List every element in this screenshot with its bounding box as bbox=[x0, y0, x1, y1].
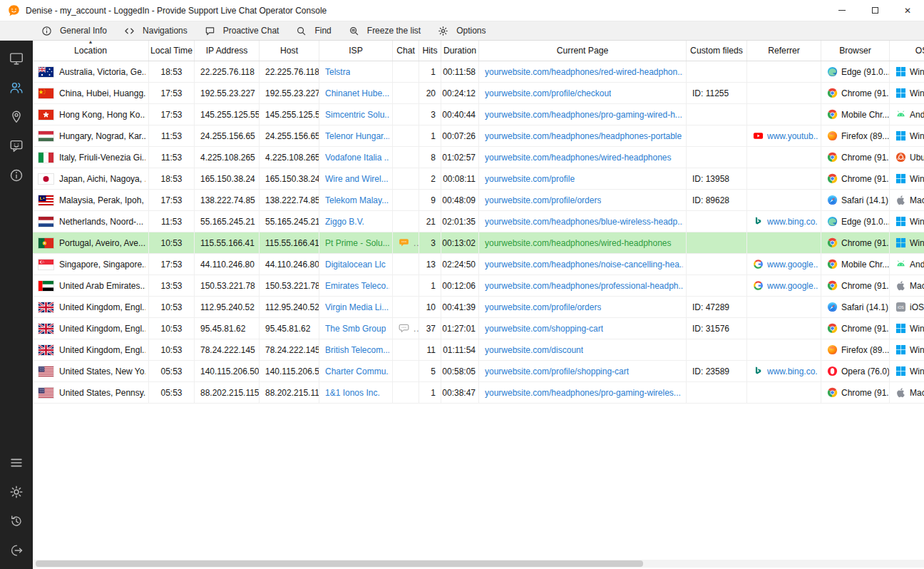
minimize-button[interactable] bbox=[826, 0, 858, 21]
current-page-link[interactable]: yourwebsite.com/headphones/pro-gaming-wi… bbox=[485, 110, 682, 120]
isp-link[interactable]: Wire and Wirel... bbox=[325, 174, 389, 184]
current-page-link[interactable]: yourwebsite.com/headphones/headphones-po… bbox=[485, 131, 682, 141]
column-header-host[interactable]: Host bbox=[260, 41, 319, 61]
current-page-link[interactable]: yourwebsite.com/headphones/pro-gaming-wi… bbox=[485, 388, 681, 398]
isp-link[interactable]: Virgin Media Li... bbox=[325, 302, 389, 312]
isp-link[interactable]: Digitalocean Llc bbox=[325, 260, 386, 270]
visitor-row[interactable]: Japan, Aichi, Nagoya, ...18:53165.150.38… bbox=[33, 168, 924, 190]
sidebar-history-button[interactable] bbox=[0, 506, 33, 535]
close-button[interactable]: ✕ bbox=[891, 0, 924, 21]
visitor-row[interactable]: Singapore, Singapore...17:5344.110.246.8… bbox=[33, 254, 924, 275]
isp-link[interactable]: 1&1 Ionos Inc. bbox=[325, 388, 380, 398]
cell-hits: 8 bbox=[419, 147, 441, 168]
windows-icon bbox=[895, 344, 906, 355]
sidebar-logout-button[interactable] bbox=[0, 535, 33, 565]
column-header-isp[interactable]: ISP bbox=[319, 41, 393, 61]
current-page-link[interactable]: yourwebsite.com/profile bbox=[485, 174, 575, 184]
scrollbar-thumb[interactable] bbox=[36, 560, 643, 567]
current-page-link[interactable]: yourwebsite.com/discount bbox=[485, 345, 583, 355]
isp-link[interactable]: Simcentric Solu... bbox=[325, 110, 389, 120]
sidebar-info-button[interactable] bbox=[0, 160, 33, 190]
visitor-row[interactable]: Hungary, Nograd, Kar...11:5324.255.156.6… bbox=[33, 125, 924, 147]
sidebar-console-button[interactable] bbox=[0, 43, 33, 73]
visitor-row[interactable]: Australia, Victoria, Ge...18:5322.225.76… bbox=[33, 61, 924, 83]
current-page-link[interactable]: yourwebsite.com/headphones/noise-cancell… bbox=[485, 260, 683, 270]
isp-link[interactable]: Ziggo B.V. bbox=[325, 217, 364, 227]
maximize-button[interactable] bbox=[858, 0, 891, 21]
location-label: United States, New Yo... bbox=[59, 366, 145, 376]
referrer-link[interactable]: www.youtub... bbox=[767, 131, 818, 141]
visitor-row[interactable]: China, Hubei, Huangg...17:53192.55.23.22… bbox=[33, 83, 924, 104]
sidebar-menu-button[interactable] bbox=[0, 448, 33, 477]
isp-link[interactable]: British Telecom... bbox=[325, 345, 389, 355]
toolbar-freeze-the-list-button[interactable]: Freeze the list bbox=[340, 21, 429, 40]
sidebar-visitors-button[interactable] bbox=[0, 73, 33, 102]
cell-host: 95.45.81.62 bbox=[260, 318, 319, 339]
toolbar-proactive-chat-button[interactable]: Proactive Chat bbox=[196, 21, 288, 40]
toolbar-find-button[interactable]: Find bbox=[287, 21, 339, 40]
visitor-row[interactable]: United Arab Emirates...13:53150.53.221.7… bbox=[33, 275, 924, 297]
current-page-link[interactable]: yourwebsite.com/headphones/professional-… bbox=[485, 281, 683, 291]
titlebar[interactable]: Denise - my_account - LoggedIn - Provide… bbox=[0, 0, 924, 21]
cell-chat bbox=[393, 297, 419, 317]
isp-link[interactable]: Charter Commu... bbox=[325, 366, 389, 376]
isp-link[interactable]: Chinanet Hube... bbox=[325, 88, 389, 98]
visitor-row[interactable]: United Kingdom, Engl...10:5395.45.81.629… bbox=[33, 318, 924, 339]
horizontal-scrollbar[interactable] bbox=[33, 560, 924, 568]
column-header-local-time[interactable]: Local Time bbox=[149, 41, 195, 61]
isp-link[interactable]: Telekom Malay... bbox=[325, 195, 389, 205]
column-header-ip-address[interactable]: IP Address bbox=[195, 41, 260, 61]
visitor-row[interactable]: Portugal, Aveiro, Ave...10:53115.55.166.… bbox=[33, 232, 924, 254]
cell-isp: Chinanet Hube... bbox=[319, 83, 393, 103]
toolbar-options-button[interactable]: Options bbox=[429, 21, 494, 40]
column-header-os[interactable]: OS bbox=[890, 41, 924, 61]
column-header-location[interactable]: ▲Location bbox=[33, 41, 149, 61]
chrome-icon bbox=[827, 152, 838, 163]
current-page-link[interactable]: yourwebsite.com/profile/orders bbox=[485, 302, 601, 312]
column-header-browser[interactable]: Browser bbox=[821, 41, 890, 61]
isp-link[interactable]: Vodafone Italia ... bbox=[325, 153, 389, 163]
current-page-link[interactable]: yourwebsite.com/headphones/wired-headpho… bbox=[485, 238, 672, 248]
column-header-referrer[interactable]: Referrer bbox=[747, 41, 821, 61]
isp-link[interactable]: Telstra bbox=[325, 67, 350, 77]
current-page-link[interactable]: yourwebsite.com/profile/checkout bbox=[485, 88, 611, 98]
sidebar-map-pin-button[interactable] bbox=[0, 102, 33, 131]
column-header-custom-fileds[interactable]: Custom fileds bbox=[687, 41, 747, 61]
current-page-link[interactable]: yourwebsite.com/headphones/blue-wireless… bbox=[485, 217, 683, 227]
sidebar-chat-smiley-button[interactable] bbox=[0, 131, 33, 160]
isp-link[interactable]: Pt Prime - Solu... bbox=[325, 238, 389, 248]
column-header-duration[interactable]: Duration bbox=[441, 41, 479, 61]
current-page-link[interactable]: yourwebsite.com/shopping-cart bbox=[485, 324, 603, 334]
visitor-row[interactable]: United States, Pennsy...05:5388.202.215.… bbox=[33, 382, 924, 404]
referrer-link[interactable]: www.google... bbox=[767, 281, 818, 291]
bing-icon bbox=[753, 216, 764, 227]
current-page-link[interactable]: yourwebsite.com/headphones/red-wired-hea… bbox=[485, 67, 683, 77]
referrer-link[interactable]: www.bing.co... bbox=[767, 217, 818, 227]
toolbar-general-info-button[interactable]: General Info bbox=[33, 21, 115, 40]
current-page-link[interactable]: yourwebsite.com/headphones/wired-headpho… bbox=[485, 153, 672, 163]
sidebar-settings-button[interactable] bbox=[0, 477, 33, 506]
flag-sg-icon bbox=[38, 260, 53, 270]
visitor-row[interactable]: United States, New Yo...05:53140.115.206… bbox=[33, 361, 924, 382]
toolbar-navigations-button[interactable]: Navigations bbox=[115, 21, 196, 40]
column-header-hits[interactable]: Hits bbox=[419, 41, 441, 61]
cell-custom-fields bbox=[687, 211, 747, 232]
column-header-chat[interactable]: Chat bbox=[393, 41, 419, 61]
visitor-row[interactable]: United Kingdom, Engl...10:53112.95.240.5… bbox=[33, 297, 924, 318]
visitor-row[interactable]: Malaysia, Perak, Ipoh, ...17:53138.222.7… bbox=[33, 190, 924, 211]
visitor-row[interactable]: United Kingdom, Engl...10:5378.24.222.14… bbox=[33, 339, 924, 361]
visitor-row[interactable]: Italy, Friuli-Venezia Gi...11:534.225.10… bbox=[33, 147, 924, 168]
cell-isp: Telenor Hungar... bbox=[319, 125, 393, 146]
referrer-link[interactable]: www.bing.co... bbox=[767, 366, 818, 376]
current-page-link[interactable]: yourwebsite.com/profile/shopping-cart bbox=[485, 366, 629, 376]
column-header-current-page[interactable]: Current Page bbox=[479, 41, 687, 61]
os-label: Mac... bbox=[910, 388, 924, 398]
referrer-link[interactable]: www.google... bbox=[767, 260, 818, 270]
isp-link[interactable]: Telenor Hungar... bbox=[325, 131, 389, 141]
visitor-row[interactable]: Netherlands, Noord-...11:5355.165.245.21… bbox=[33, 211, 924, 232]
cell-location: United Kingdom, Engl... bbox=[33, 339, 149, 360]
visitor-row[interactable]: Hong Kong, Hong Ko...17:53145.255.125.55… bbox=[33, 104, 924, 125]
isp-link[interactable]: The Smb Group bbox=[325, 324, 386, 334]
current-page-link[interactable]: yourwebsite.com/profile/orders bbox=[485, 195, 601, 205]
isp-link[interactable]: Emirates Teleco... bbox=[325, 281, 389, 291]
